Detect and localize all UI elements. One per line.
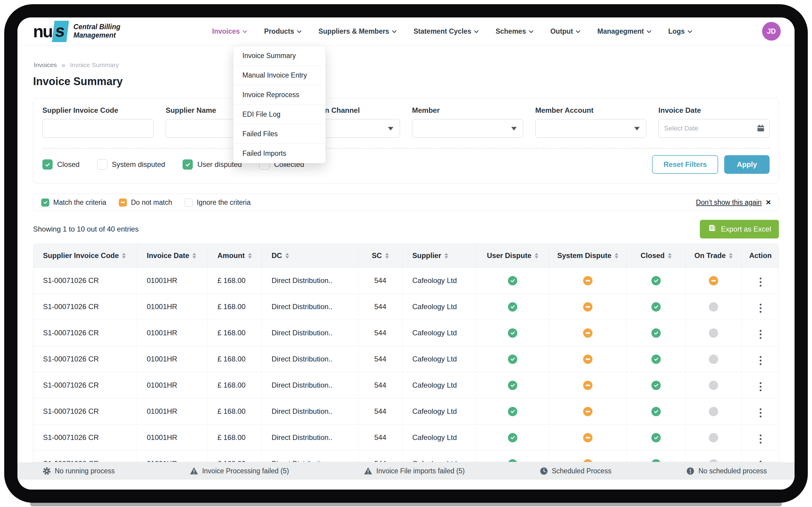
cell-invoice-date: 01001HR (137, 372, 208, 398)
nav-item-logs[interactable]: Logs (668, 27, 692, 36)
sort-icon[interactable] (192, 253, 196, 259)
nav-item-statement-cycles[interactable]: Statement Cycles (413, 27, 479, 36)
cell-sc: 544 (358, 398, 403, 425)
empty-checkbox-icon (185, 199, 193, 207)
sort-icon[interactable] (535, 253, 538, 259)
status-neutral-icon (709, 302, 718, 312)
menu-item-failed-files[interactable]: Failed Files (233, 124, 326, 144)
sort-icon[interactable] (668, 253, 672, 259)
cell-action (742, 320, 779, 346)
sort-icon[interactable] (248, 253, 252, 259)
member-select[interactable] (412, 119, 523, 138)
nav-item-label: Suppliers & Members (318, 27, 389, 36)
menu-item-label: Failed Imports (242, 150, 286, 158)
cell-action (742, 294, 779, 320)
apply-button[interactable]: Apply (724, 155, 770, 174)
column-label: Invoice Date (147, 251, 189, 260)
column-header-user-dispute[interactable]: User Dispute (476, 244, 549, 268)
column-header-sc[interactable]: SC (358, 244, 403, 268)
cell-user-dispute (476, 294, 549, 320)
checked-checkbox-icon[interactable] (42, 159, 53, 170)
menu-item-invoice-reprocess[interactable]: Invoice Reprocess (233, 85, 326, 105)
status-check-icon (508, 302, 517, 312)
column-header-closed[interactable]: Closed (627, 244, 686, 268)
column-header-supplier[interactable]: Supplier (403, 244, 476, 268)
kebab-menu-icon[interactable] (757, 328, 764, 341)
cell-value: S1-00071026 CR (43, 407, 99, 415)
column-header-on-trade[interactable]: On Trade (686, 244, 742, 268)
user-avatar[interactable]: JD (762, 22, 781, 41)
column-label: DC (272, 251, 282, 260)
sort-icon[interactable] (729, 253, 733, 259)
cell-action (742, 346, 779, 372)
column-header-dc[interactable]: DC (262, 244, 358, 268)
dont-show-again-link[interactable]: Don’t show this again (696, 199, 762, 207)
nav-item-products[interactable]: Products (264, 27, 302, 36)
exclamation-icon (686, 467, 694, 475)
status-check-icon (651, 381, 661, 390)
sort-icon[interactable] (122, 253, 126, 259)
nav-item-suppliers-members[interactable]: Suppliers & Members (318, 27, 397, 36)
column-header-system-dispute[interactable]: System Dispute (549, 244, 627, 268)
nav-item-schemes[interactable]: Schemes (496, 27, 533, 36)
status-label: No scheduled process (698, 467, 767, 475)
kebab-menu-icon[interactable] (757, 354, 764, 367)
column-header-supplier-invoice-code[interactable]: Supplier Invoice Code (34, 244, 137, 268)
nav-item-output[interactable]: Output (550, 27, 580, 36)
cell-action (742, 398, 779, 425)
export-excel-button[interactable]: Export as Excel (700, 220, 779, 238)
cell-value: £ 168.00 (218, 381, 245, 389)
cell-dc: Direct Distribution.. (262, 425, 358, 451)
status-check-icon (508, 407, 517, 416)
column-header-amount[interactable]: Amount (208, 244, 262, 268)
column-header-invoice-date[interactable]: Invoice Date (137, 244, 208, 268)
menu-item-invoice-summary[interactable]: Invoice Summary (233, 46, 326, 66)
cell-amount: £ 168.00 (208, 320, 262, 346)
menu-item-edi-file-log[interactable]: EDI File Log (233, 105, 326, 124)
kebab-menu-icon[interactable] (757, 459, 764, 462)
cell-system-dispute (549, 320, 627, 346)
menu-item-manual-invoice-entry[interactable]: Manual Invoice Entry (233, 66, 326, 85)
brand-logo[interactable]: nu s Central Billing Management (33, 21, 120, 42)
checkbox-closed[interactable]: Closed (42, 159, 80, 170)
breadcrumb-parent[interactable]: Invoices (34, 61, 57, 68)
sort-icon[interactable] (445, 253, 448, 259)
kebab-menu-icon[interactable] (757, 302, 764, 315)
column-label: User Dispute (487, 251, 531, 260)
sort-icon[interactable] (385, 253, 389, 259)
status-item-invoice-processing-failed-5: Invoice Processing failed (5) (190, 467, 289, 475)
checkbox-system-disputed[interactable]: System disputed (97, 159, 165, 170)
orange-minus-icon (119, 199, 127, 207)
supplier-invoice-code-input[interactable] (42, 119, 154, 138)
cell-invoice-date: 01001HR (137, 294, 208, 320)
checked-checkbox-icon[interactable] (183, 159, 193, 170)
cell-invoice-date: 01001HR (137, 425, 208, 451)
legend-dismiss: Don’t show this again × (696, 198, 771, 207)
cell-value: S1-00071026 CR (43, 459, 99, 462)
chevron-down-icon (529, 30, 533, 34)
nav-item-managegment[interactable]: Managegment (597, 27, 651, 36)
unchecked-checkbox-icon[interactable] (97, 159, 107, 170)
cell-value: 544 (374, 381, 386, 389)
sort-icon[interactable] (615, 253, 618, 259)
kebab-menu-icon[interactable] (757, 433, 764, 445)
close-icon[interactable]: × (766, 198, 771, 207)
nav-item-label: Logs (668, 27, 685, 36)
kebab-menu-icon[interactable] (757, 406, 764, 419)
cell-sc: 544 (358, 346, 403, 372)
table-row: S1-00071026 CR01001HR£ 168.00Direct Dist… (34, 451, 779, 462)
status-minus-icon (709, 276, 718, 285)
filter-field-invoice-date: Invoice Date (658, 106, 770, 138)
sort-icon[interactable] (285, 253, 289, 259)
kebab-menu-icon[interactable] (757, 276, 764, 288)
reset-filters-button[interactable]: Reset Filters (652, 155, 718, 174)
menu-item-failed-imports[interactable]: Failed Imports (233, 144, 326, 163)
cell-invoice-date: 01001HR (137, 346, 208, 372)
cell-value: 01001HR (147, 459, 177, 462)
member-account-select[interactable] (535, 119, 647, 138)
cell-action (742, 268, 779, 294)
kebab-menu-icon[interactable] (757, 380, 764, 393)
nav-item-invoices[interactable]: Invoices (212, 27, 247, 36)
cell-on-trade (686, 425, 742, 451)
invoice-date-input[interactable] (658, 119, 770, 138)
